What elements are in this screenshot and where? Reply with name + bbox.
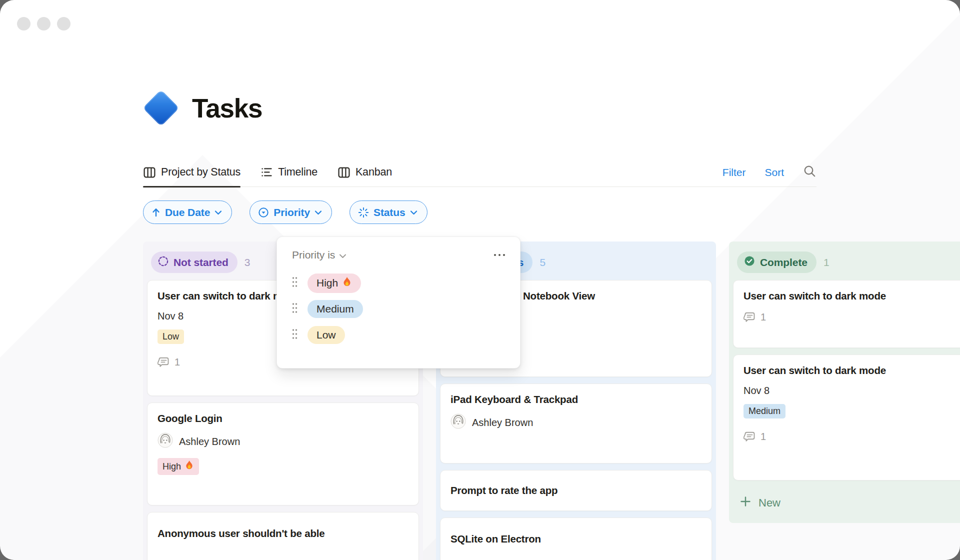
priority-pill: Medium — [744, 404, 786, 418]
avatar — [158, 432, 173, 450]
chevron-down-icon — [410, 210, 418, 215]
arrow-up-icon — [152, 208, 160, 218]
comment-count: 1 — [744, 311, 766, 324]
priority-option-high[interactable]: High — [277, 270, 520, 296]
plus-icon — [740, 496, 751, 510]
comment-icon — [744, 311, 756, 324]
task-card[interactable]: Prompt to rate the app — [440, 470, 712, 511]
assignee-name: Ashley Brown — [179, 436, 240, 448]
column-count: 3 — [244, 256, 250, 268]
card-due-date: Nov 8 — [158, 310, 184, 322]
chevron-down-icon — [214, 210, 222, 215]
priority-filter-popup: Priority is High — [276, 236, 520, 368]
task-card[interactable]: User can switch to dark mode Nov 8 Mediu… — [733, 354, 960, 480]
comment-icon — [158, 356, 170, 368]
due-date-filter-chip[interactable]: Due Date — [143, 200, 232, 224]
add-new-card-button[interactable]: New — [733, 487, 960, 519]
filter-button[interactable]: Filter — [722, 166, 746, 178]
drag-handle-icon[interactable] — [292, 276, 298, 290]
comment-count: 1 — [158, 356, 180, 368]
card-title: Anonymous user shouldn't be able — [158, 528, 324, 540]
assignee: Ashley Brown — [450, 414, 533, 432]
check-circle-icon — [744, 255, 756, 270]
drag-handle-icon[interactable] — [292, 302, 298, 316]
option-label: Low — [316, 329, 336, 341]
chevron-down-icon — [339, 249, 346, 261]
popup-rule-selector[interactable]: Priority is — [292, 249, 346, 261]
flame-icon — [184, 460, 194, 473]
assignee-name: Ashley Brown — [472, 417, 533, 428]
app-window: Tasks Project by Status — [0, 0, 960, 560]
kanban-board: Not started 3 User can switch to dark mo… — [143, 242, 960, 560]
window-dot[interactable] — [37, 17, 50, 30]
search-icon[interactable] — [803, 164, 816, 180]
task-card[interactable]: iPad Keyboard & Trackpad — [440, 384, 712, 464]
tab-project-by-status[interactable]: Project by Status — [143, 158, 240, 186]
option-label: Medium — [316, 303, 354, 315]
column-status-label: Complete — [760, 256, 808, 268]
comment-icon — [744, 430, 756, 443]
task-card[interactable]: Google Login Ashley — [147, 402, 419, 506]
flame-icon — [342, 276, 352, 290]
column-count: 5 — [540, 256, 546, 268]
priority-icon — [258, 207, 269, 218]
popup-rule-label: Priority is — [292, 249, 335, 261]
task-card[interactable]: User can switch to dark mode 1 — [733, 280, 960, 348]
tab-kanban[interactable]: Kanban — [338, 158, 392, 186]
task-card[interactable]: Anonymous user shouldn't be able — [147, 512, 419, 560]
tab-timeline[interactable]: Timeline — [260, 158, 318, 186]
page-icon-diamond — [143, 90, 179, 126]
window-dot[interactable] — [57, 17, 70, 30]
column-header[interactable]: Complete 1 — [733, 246, 960, 280]
comment-count: 1 — [744, 430, 766, 443]
column-count: 1 — [824, 256, 830, 268]
new-label: New — [758, 496, 780, 510]
window-controls — [17, 17, 70, 30]
priority-option-medium[interactable]: Medium — [277, 296, 520, 322]
dashed-circle-icon — [158, 256, 169, 270]
board-view-icon — [143, 166, 156, 179]
status-filter-chip[interactable]: Status — [350, 200, 428, 224]
assignee: Ashley Brown — [158, 432, 240, 450]
drag-handle-icon[interactable] — [292, 328, 298, 342]
chip-label: Priority — [274, 206, 310, 218]
filter-chip-bar: Due Date Priority — [143, 200, 960, 224]
card-title: Google Login — [158, 412, 222, 424]
sort-button[interactable]: Sort — [764, 166, 784, 178]
chip-label: Status — [374, 206, 406, 218]
card-title: User can switch to dark mode — [744, 364, 886, 376]
more-options-icon[interactable] — [493, 251, 506, 260]
priority-filter-chip[interactable]: Priority — [250, 200, 332, 224]
card-title: Notebook View — [523, 290, 595, 302]
card-title: Prompt to rate the app — [450, 484, 558, 496]
column-status-label: Not started — [174, 256, 228, 268]
column-complete: Complete 1 User can switch to dark mode … — [729, 242, 960, 523]
priority-option-low[interactable]: Low — [277, 322, 520, 348]
avatar — [450, 414, 466, 432]
page-header: Tasks — [143, 88, 960, 128]
task-card[interactable]: SQLite on Electron — [440, 518, 712, 560]
priority-pill: High — [158, 458, 199, 475]
tab-label: Timeline — [278, 166, 318, 178]
page-title: Tasks — [192, 93, 262, 124]
card-due-date: Nov 8 — [744, 385, 770, 396]
window-dot[interactable] — [17, 17, 30, 30]
priority-pill: Low — [158, 330, 184, 344]
tab-label: Kanban — [356, 166, 392, 178]
chip-label: Due Date — [165, 206, 210, 218]
status-spinner-icon — [358, 207, 369, 218]
view-tabs: Project by Status Timeline — [143, 158, 816, 187]
tab-label: Project by Status — [161, 166, 240, 178]
option-label: High — [316, 277, 338, 289]
chevron-down-icon — [314, 210, 322, 215]
card-title: SQLite on Electron — [450, 533, 541, 545]
card-title: User can switch to dark mode — [744, 290, 886, 302]
board-view-icon — [338, 166, 350, 179]
card-title: iPad Keyboard & Trackpad — [450, 394, 578, 406]
timeline-view-icon — [260, 166, 273, 178]
